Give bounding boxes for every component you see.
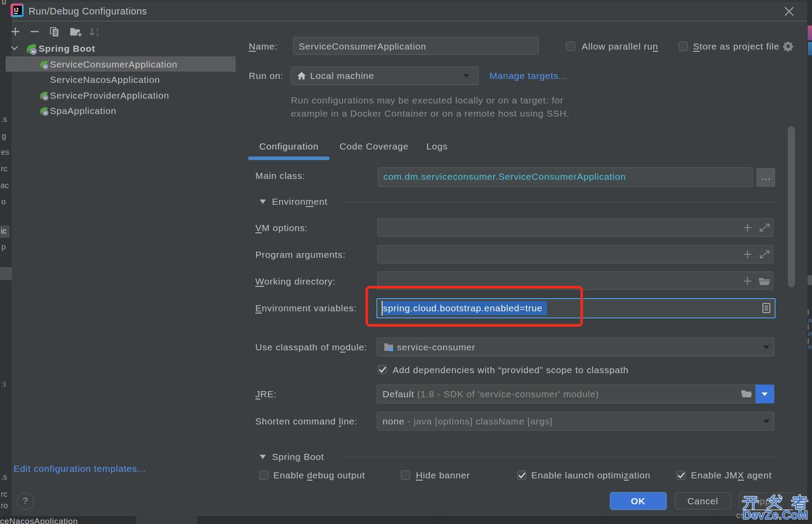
svg-text:1: 1 bbox=[97, 27, 99, 32]
svg-text:IJ: IJ bbox=[14, 7, 18, 13]
svg-text:2: 2 bbox=[97, 32, 99, 37]
svg-text:DevZe.CoM: DevZe.CoM bbox=[743, 509, 808, 522]
